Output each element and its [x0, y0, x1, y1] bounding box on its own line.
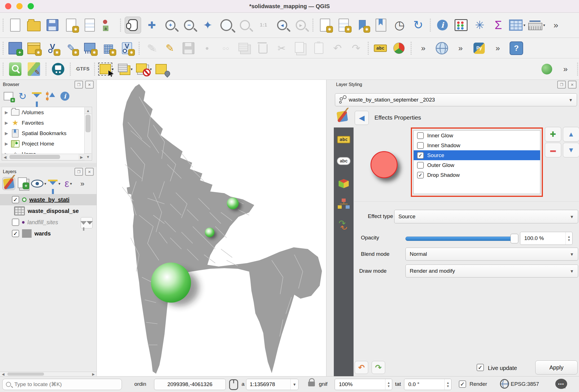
effect-row-inner-shadow[interactable]: Inner Shadow	[414, 140, 540, 150]
browser-properties-button[interactable]: i	[59, 90, 71, 102]
toolbar-extension-button[interactable]: »	[558, 61, 573, 77]
zoom-out-button[interactable]: −	[181, 17, 197, 33]
toolbar-extension-button[interactable]: »	[415, 40, 431, 56]
new-spatial-bookmark-button[interactable]: ✱	[354, 17, 370, 33]
float-panel-icon[interactable]: ❐	[557, 81, 566, 89]
opacity-slider-handle[interactable]	[510, 234, 518, 243]
magnifier-spinbox[interactable]: 100% ▲▼	[335, 379, 392, 390]
save-project-button[interactable]	[45, 17, 60, 33]
layer-row-waste-by-stati[interactable]: ✓waste_by_stati	[0, 194, 97, 205]
dropdown-arrow-icon[interactable]: ▾	[70, 181, 72, 186]
diagrams-tab[interactable]	[336, 197, 351, 211]
rotation-spinbox[interactable]: 0.0 ° ▲▼	[404, 379, 451, 390]
browser-item-favorites[interactable]: ▶★Favorites	[2, 118, 92, 128]
opacity-spinbox[interactable]: 100.0 % ▲▼	[520, 232, 573, 245]
metasearch-button[interactable]	[434, 40, 450, 56]
effect-enabled-checkbox[interactable]	[417, 162, 424, 169]
lock-scale-icon[interactable]	[308, 382, 315, 386]
toolbar-extension-button[interactable]: »	[453, 40, 468, 56]
collapse-all-button[interactable]	[45, 90, 57, 102]
effect-enabled-checkbox[interactable]: ✓	[417, 152, 424, 159]
help-button[interactable]: ?	[508, 40, 524, 56]
plugin-button[interactable]	[539, 61, 555, 77]
manage-visibility-button[interactable]: ▾	[31, 177, 46, 190]
layer-row-wards[interactable]: ✓wards	[0, 228, 97, 239]
open-project-button[interactable]	[26, 17, 42, 33]
opacity-slider[interactable]	[405, 237, 515, 241]
effect-row-source[interactable]: ✓Source	[414, 150, 540, 160]
add-group-button[interactable]: +	[17, 177, 29, 190]
show-spatial-bookmarks-button[interactable]	[373, 17, 389, 33]
zoom-full-extent-button[interactable]: ✦	[200, 17, 216, 33]
spinner-arrows[interactable]: ▲▼	[444, 379, 451, 390]
select-by-rectangle-button[interactable]: ▾	[99, 61, 115, 77]
float-panel-icon[interactable]: ❐	[74, 168, 83, 176]
data-source-manager-button[interactable]: +	[7, 40, 23, 56]
refresh-browser-button[interactable]: ↻	[16, 90, 29, 102]
close-panel-icon[interactable]: ✕	[85, 81, 94, 89]
effect-enabled-checkbox[interactable]	[417, 132, 424, 139]
dropdown-arrow-icon[interactable]: ▾	[44, 181, 46, 186]
new-geopackage-layer-button[interactable]: ✱	[26, 40, 42, 56]
mask-tab[interactable]: abc	[336, 154, 351, 168]
effect-type-combo[interactable]: Source ▼	[394, 210, 578, 223]
live-update-checkbox[interactable]: ✓	[477, 364, 484, 371]
layer-labeling-button[interactable]: abc	[372, 40, 388, 56]
gtfs-plugin-button[interactable]: GTFS	[74, 61, 90, 77]
layer-diagram-button[interactable]	[391, 40, 407, 56]
crs-globe-icon[interactable]	[500, 379, 509, 388]
add-effect-button[interactable]: ✚	[545, 127, 561, 142]
browser-vertical-scrollbar[interactable]: ▲ ▼	[84, 107, 91, 160]
show-statistics-button[interactable]: Σ	[490, 17, 506, 33]
python-console-button[interactable]: Py	[471, 40, 487, 56]
map-annotation-button[interactable]: ✎	[26, 61, 42, 77]
layer-visibility-checkbox[interactable]: ✓	[12, 196, 19, 203]
float-panel-icon[interactable]: ❐	[74, 81, 83, 89]
back-button[interactable]: ◀	[355, 111, 369, 125]
new-project-button[interactable]	[7, 17, 23, 33]
new-raster-layer-button[interactable]: ▦✱	[100, 40, 116, 56]
toolbar-extension-button[interactable]: »	[490, 40, 506, 56]
draw-mode-combo[interactable]: Render and modify ▼	[405, 265, 578, 278]
identify-features-button[interactable]: i	[435, 17, 450, 33]
scroll-up-icon[interactable]: ▲	[85, 107, 91, 114]
new-shapefile-layer-button[interactable]: V✱	[45, 40, 60, 56]
browser-item-spatial-bookmarks[interactable]: ▶Spatial Bookmarks	[2, 128, 92, 138]
statistical-summary-button[interactable]	[453, 17, 469, 33]
new-virtual-layer-button[interactable]: V✱	[119, 40, 135, 56]
browser-horizontal-scrollbar[interactable]: ◀ ▶	[2, 154, 85, 160]
show-layout-manager-button[interactable]	[82, 17, 98, 33]
panel-splitter[interactable]	[0, 163, 97, 167]
chevron-down-icon[interactable]: ▼	[290, 379, 298, 390]
layer-select-combo[interactable]: waste_by_station_september _2023 ▼	[335, 93, 577, 106]
effect-row-drop-shadow[interactable]: ✓Drop Shadow	[414, 170, 540, 180]
spinner-arrows[interactable]: ▲▼	[565, 232, 572, 245]
remove-effect-button[interactable]: ▬	[545, 143, 561, 157]
expand-icon[interactable]: ▶	[5, 120, 9, 125]
effect-enabled-checkbox[interactable]: ✓	[417, 172, 424, 179]
layer-visibility-checkbox[interactable]	[12, 219, 19, 226]
open-layer-styling-button[interactable]	[2, 177, 15, 190]
filter-browser-button[interactable]	[30, 90, 43, 102]
zoom-last-button[interactable]: ◂	[274, 17, 290, 33]
dropdown-arrow-icon[interactable]: ▾	[131, 67, 133, 71]
layer-filter-badge[interactable]	[81, 217, 93, 228]
spinner-arrows[interactable]: ▲▼	[385, 379, 392, 390]
scale-combo[interactable]: 1:1356978 ▼	[246, 379, 299, 390]
scroll-left-icon[interactable]: ◀	[0, 372, 6, 376]
scrollbar-thumb[interactable]	[7, 373, 44, 376]
render-checkbox[interactable]: ✓	[459, 380, 466, 388]
scroll-down-icon[interactable]: ▼	[85, 153, 91, 160]
coordinate-box[interactable]: 2099398,-4061326	[154, 379, 226, 390]
filter-legend-button[interactable]: ▾	[48, 177, 60, 190]
view-3d-tab[interactable]	[336, 175, 351, 190]
locate-search-box[interactable]	[2, 379, 122, 390]
attribute-table-button[interactable]: ▾	[509, 17, 525, 33]
zoom-in-button[interactable]: +	[163, 17, 178, 33]
locate-input[interactable]	[14, 381, 111, 388]
new-map-view-button[interactable]: ✱	[317, 17, 333, 33]
redo-style-button[interactable]: ↷	[372, 361, 385, 374]
deselect-all-button[interactable]: ▾	[136, 61, 152, 77]
messages-icon[interactable]: •••	[555, 379, 567, 389]
effect-row-outer-glow[interactable]: Outer Glow	[414, 160, 540, 170]
